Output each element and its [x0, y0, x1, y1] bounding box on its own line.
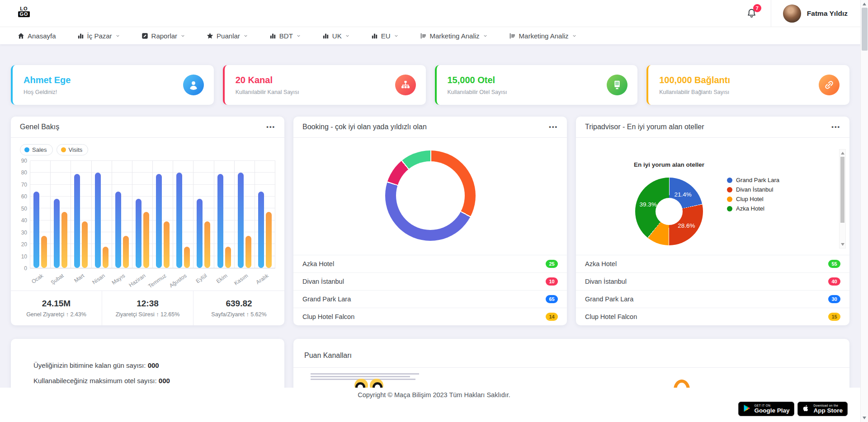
nav-item-label: Raporlar	[151, 32, 178, 40]
bar-chart-y-axis: 0102030405060708090	[17, 161, 30, 268]
stat-card-subtitle: Hoş Geldiniz!	[24, 89, 71, 95]
nav-item-marketing-analiz[interactable]: Marketing Analiz	[420, 32, 488, 40]
home-icon	[17, 32, 25, 40]
y-tick-label: 0	[24, 265, 27, 272]
legend-dot	[727, 187, 732, 192]
legend-chip-visits[interactable]: Visits	[57, 144, 89, 155]
chevron-down-icon	[180, 33, 185, 38]
notification-count-badge: 7	[753, 4, 761, 12]
chart-icon	[371, 32, 378, 40]
x-tick-label: Mayıs	[111, 272, 126, 286]
hotel-name: Azka Hotel	[585, 260, 617, 267]
x-tick-label: Mart	[73, 272, 85, 284]
bar-visits	[103, 247, 108, 268]
booking-card-menu-icon[interactable]: •••	[549, 125, 558, 129]
x-tick-label: Nisan	[91, 272, 106, 286]
scroll-up-icon[interactable]	[841, 152, 844, 155]
bar-sales	[197, 199, 203, 268]
overview-card-menu-icon[interactable]: •••	[266, 125, 275, 129]
x-tick-label: Şubat	[50, 272, 65, 286]
chevron-down-icon	[345, 33, 350, 38]
slice-percent-label: 39.3%	[640, 201, 657, 207]
nav-item-label: EU	[381, 32, 391, 40]
nav-item-anasayfa[interactable]: Anasayfa	[17, 32, 56, 40]
bar-group-ocak	[30, 161, 51, 268]
stat-card-subtitle: Kullanılabilir Kanal Sayısı	[236, 89, 299, 95]
slice-percent-label: 28.6%	[678, 222, 695, 229]
bar-group-mayıs	[112, 161, 132, 268]
scroll-up-icon[interactable]	[863, 3, 866, 5]
nav-item-uk[interactable]: UK	[322, 32, 350, 40]
kpi-ziyaretçi-süresi: 12:38Ziyaretçi Süresi ↑ 12.65%	[102, 291, 193, 325]
nav-item-i̇ç-pazar[interactable]: İç Pazar	[77, 32, 120, 40]
sitemap-icon	[395, 75, 416, 95]
person-icon	[183, 75, 204, 95]
booking-card: Booking - çok iyi olan yada yıldızlı ola…	[293, 117, 567, 325]
y-tick-label: 60	[21, 193, 27, 200]
puan-kanallari-title: Puan Kanalları	[293, 339, 849, 368]
scrollbar-thumb[interactable]	[862, 8, 868, 51]
bar-sales	[74, 174, 80, 268]
y-tick-label: 30	[21, 230, 27, 236]
up-arrow-icon: ↑	[66, 311, 69, 318]
bar-visits	[245, 236, 251, 268]
overview-kpi-row: 24.15MGenel Ziyaretçi ↑ 2.43%12:38Ziyare…	[11, 291, 284, 325]
scroll-down-icon[interactable]	[863, 417, 866, 419]
chart-inner-scrollbar[interactable]	[839, 149, 846, 249]
membership-days-value: 000	[148, 361, 159, 369]
x-tick-label: Aralık	[255, 272, 269, 286]
bar-group-şubat	[51, 161, 71, 268]
chart-icon	[269, 32, 277, 40]
nav-item-raporlar[interactable]: Raporlar	[141, 32, 186, 40]
hotel-count-badge: 15	[828, 313, 840, 321]
nav-item-bdt[interactable]: BDT	[269, 32, 301, 40]
chart-icon	[77, 32, 85, 40]
nav-item-puanlar[interactable]: Puanlar	[206, 32, 248, 40]
bar-sales	[54, 199, 60, 268]
stat-card-subtitle: Kullanılabilir Bağlantı Sayısı	[659, 89, 730, 95]
bar-sales	[176, 173, 182, 268]
stat-card-title: 100,000 Bağlantı	[659, 75, 730, 85]
avatar	[783, 5, 801, 23]
hotel-count-badge: 30	[828, 295, 840, 303]
tripadvisor-hotel-list: Azka Hotel55Divan İstanbul40Grand Park L…	[576, 255, 849, 325]
y-tick-label: 10	[21, 253, 27, 260]
page-scrollbar[interactable]	[860, 0, 868, 422]
copyright-text: Copyright © Maça Bilişim 2023 Tüm Haklar…	[0, 388, 868, 399]
nav-item-marketing-analiz[interactable]: Marketing Analiz	[509, 32, 577, 40]
tripadvisor-card-menu-icon[interactable]: •••	[831, 125, 840, 129]
hotel-name: Clup Hotel Falcon	[302, 313, 354, 320]
bar-group-temmuz	[153, 161, 173, 268]
nav-item-eu[interactable]: EU	[371, 32, 399, 40]
scrollbar-thumb[interactable]	[840, 157, 844, 223]
legend-item-azka-hotel: Azka Hotel	[727, 204, 779, 213]
app-logo[interactable]: LO GO	[17, 6, 31, 17]
notifications-button[interactable]: 7	[746, 8, 757, 19]
scroll-down-icon[interactable]	[841, 243, 844, 246]
apple-icon	[802, 404, 810, 414]
tripadvisor-chart-area: En iyi yorum alan oteller 21.4%28.6%39.3…	[576, 138, 849, 255]
kpi-label: Genel Ziyaretçi ↑ 2.43%	[26, 311, 86, 318]
hotel-row-grand-park-lara: Grand Park Lara65	[293, 290, 567, 308]
y-tick-label: 80	[21, 169, 27, 176]
y-tick-label: 50	[21, 206, 27, 212]
link-icon	[819, 75, 840, 95]
kpi-sayfaziyaret: 639.82Sayfa/Ziyaret ↑ 5.62%	[193, 291, 284, 325]
tripadvisor-card-title: Tripadvisor - En iyi yorum alan oteller	[585, 123, 704, 131]
bar-group-eylül	[193, 161, 214, 268]
overview-legend: SalesVisits	[11, 138, 284, 155]
hotel-count-badge: 55	[828, 260, 840, 268]
bar-sales	[156, 174, 162, 268]
user-menu[interactable]: Fatma Yıldız	[771, 0, 848, 27]
hotel-row-clup-hotel-falcon: Clup Hotel Falcon15	[576, 308, 849, 325]
tripadvisor-donut-chart: 21.4%28.6%39.3%	[635, 178, 703, 245]
google-play-badge[interactable]: GET IT ON Google Play	[738, 402, 794, 416]
app-store-badge[interactable]: Download on the App Store	[797, 402, 848, 416]
chart-icon	[322, 32, 330, 40]
nav-item-label: Marketing Analiz	[430, 32, 480, 40]
hotel-name: Clup Hotel Falcon	[585, 313, 637, 320]
tripadvisor-chart-title: En iyi yorum alan oteller	[603, 161, 735, 168]
x-tick-label: Kasım	[233, 272, 249, 286]
legend-item-grand-park-lara: Grand Park Lara	[727, 175, 779, 185]
legend-chip-sales[interactable]: Sales	[20, 144, 53, 155]
